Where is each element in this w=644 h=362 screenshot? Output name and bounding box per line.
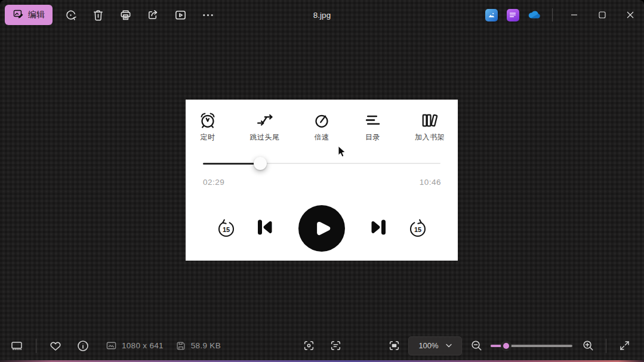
playback-progress-slider — [203, 158, 440, 169]
text-actions-icon — [329, 339, 342, 352]
close-icon — [627, 11, 634, 18]
dimensions-value: 1080 x 641 — [122, 341, 164, 350]
total-time: 10:46 — [420, 178, 441, 187]
edit-image-icon — [13, 8, 24, 21]
more-button[interactable] — [198, 5, 217, 24]
more-icon — [201, 8, 215, 22]
rewind-15-icon: 15 — [216, 218, 236, 239]
viewed-image-player-ui: 定时 跳过头尾 倍速 — [186, 100, 458, 261]
open-in-clipchamp-button[interactable] — [502, 4, 523, 26]
statusbar-right: 100% — [384, 331, 634, 360]
statusbar-divider-right — [606, 339, 606, 353]
filmstrip-toggle-button[interactable] — [7, 336, 26, 355]
filmstrip-icon — [10, 339, 23, 352]
onedrive-button[interactable] — [523, 4, 545, 26]
toolbar-right — [480, 0, 644, 30]
rotate-icon — [64, 8, 78, 22]
print-button[interactable] — [116, 5, 135, 24]
maximize-icon — [599, 11, 606, 18]
visual-search-button[interactable] — [299, 336, 318, 355]
print-icon — [119, 8, 133, 22]
maximize-button[interactable] — [588, 0, 616, 30]
text-actions-button[interactable] — [326, 336, 345, 355]
fullscreen-button[interactable] — [615, 336, 634, 355]
skip-intro-outro-action: 跳过头尾 — [250, 112, 280, 143]
file-size: 58.9 KB — [175, 341, 221, 351]
favorite-button[interactable] — [46, 336, 65, 355]
title-bar: 编辑 — [0, 0, 644, 30]
statusbar-left: 1080 x 641 58.9 KB — [7, 331, 221, 360]
zoom-out-icon — [470, 339, 483, 352]
info-icon — [76, 339, 90, 352]
share-icon — [146, 8, 160, 22]
timer-icon — [199, 112, 217, 129]
dimensions-icon — [106, 340, 117, 351]
fit-to-window-button[interactable] — [384, 336, 403, 355]
edit-button-label: 编辑 — [28, 10, 45, 20]
progress-thumb — [254, 157, 267, 170]
image-dimensions: 1080 x 641 — [106, 340, 164, 351]
elapsed-time: 02:29 — [203, 178, 224, 187]
clipchamp-icon — [507, 9, 519, 21]
add-to-bookshelf-label: 加入书架 — [415, 132, 445, 143]
play-icon — [309, 216, 334, 241]
svg-text:15: 15 — [222, 226, 229, 233]
next-track-button — [369, 219, 387, 238]
svg-text:15: 15 — [414, 226, 421, 233]
statusbar-divider — [36, 339, 36, 353]
statusbar-middle — [299, 336, 345, 355]
fit-to-window-icon — [388, 339, 400, 352]
image-viewport[interactable]: 定时 跳过头尾 倍速 — [0, 30, 644, 331]
delete-icon — [91, 8, 105, 22]
share-button[interactable] — [143, 5, 162, 24]
file-size-icon — [175, 341, 186, 351]
file-info-button[interactable] — [73, 336, 93, 355]
playback-speed-icon — [313, 112, 331, 129]
zoom-out-button[interactable] — [467, 336, 486, 355]
skip-intro-outro-label: 跳过头尾 — [250, 132, 280, 143]
open-in-photos-editor-button[interactable] — [480, 4, 502, 26]
zoom-in-button[interactable] — [578, 336, 597, 355]
slideshow-icon — [174, 8, 187, 22]
file-size-value: 58.9 KB — [191, 341, 221, 350]
rotate-button[interactable] — [61, 5, 80, 24]
chevron-down-icon — [446, 344, 452, 348]
forward-15-icon: 15 — [408, 218, 428, 239]
add-to-bookshelf-action: 加入书架 — [415, 112, 445, 143]
delete-button[interactable] — [88, 5, 107, 24]
titlebar-divider — [552, 8, 553, 21]
previous-track-button — [256, 219, 274, 238]
minimize-button[interactable] — [560, 0, 588, 30]
time-row: 02:29 10:46 — [203, 178, 441, 187]
edit-button[interactable]: 编辑 — [5, 5, 53, 25]
table-of-contents-action: 目录 — [364, 112, 382, 143]
playback-speed-label: 倍速 — [315, 132, 329, 143]
visual-search-icon — [303, 339, 315, 352]
zoom-level-dropdown[interactable]: 100% — [408, 336, 462, 355]
table-of-contents-label: 目录 — [365, 132, 380, 143]
forward-15-button: 15 — [408, 218, 428, 239]
zoom-slider-thumb[interactable] — [501, 341, 511, 351]
minimize-icon — [571, 11, 578, 18]
close-button[interactable] — [616, 0, 644, 30]
timer-label: 定时 — [201, 132, 215, 143]
player-action-row: 定时 跳过头尾 倍速 — [199, 112, 445, 143]
status-bar: 1080 x 641 58.9 KB — [0, 331, 644, 362]
heart-icon — [49, 339, 62, 352]
zoom-level-value: 100% — [418, 341, 438, 350]
fullscreen-icon — [618, 339, 631, 352]
play-button — [298, 205, 345, 252]
skip-intro-outro-icon — [256, 112, 274, 129]
rewind-15-button: 15 — [216, 218, 236, 239]
slideshow-button[interactable] — [171, 5, 190, 24]
playback-speed-action: 倍速 — [313, 112, 331, 143]
next-track-icon — [369, 219, 387, 236]
toolbar-left: 编辑 — [5, 5, 217, 25]
progress-fill — [203, 163, 260, 165]
timer-action: 定时 — [199, 112, 217, 143]
zoom-slider[interactable] — [491, 340, 572, 352]
onedrive-cloud-icon — [526, 7, 543, 23]
add-to-bookshelf-icon — [421, 112, 439, 129]
previous-track-icon — [256, 219, 274, 236]
playback-controls: 15 — [186, 205, 458, 252]
